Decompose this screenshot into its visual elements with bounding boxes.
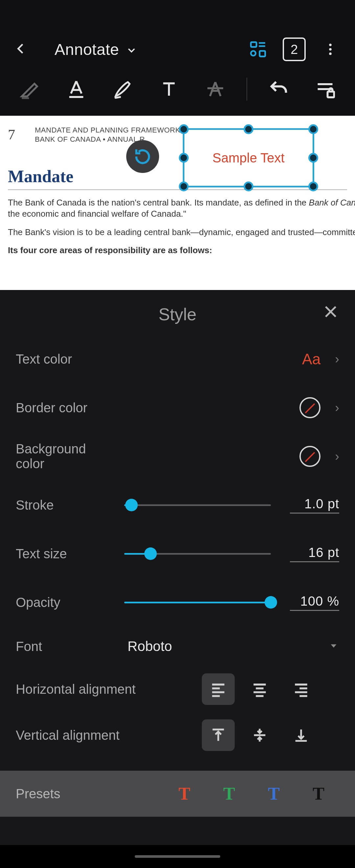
- opacity-slider[interactable]: [124, 596, 271, 609]
- preset-4[interactable]: T: [298, 783, 339, 804]
- undo-icon: [268, 78, 290, 100]
- text-color-sample: Aa: [302, 350, 321, 368]
- svg-point-7: [329, 53, 332, 55]
- mode-dropdown[interactable]: Annotate: [55, 40, 137, 59]
- strikethrough-icon: [205, 79, 226, 100]
- align-center-button[interactable]: [243, 673, 276, 705]
- text-icon: [159, 79, 179, 99]
- doc-paragraph-1: The Bank of Canada is the nation's centr…: [8, 197, 347, 220]
- chevron-right-icon: ›: [335, 352, 339, 366]
- font-value: Roboto: [128, 639, 172, 654]
- undo-button[interactable]: [260, 75, 297, 102]
- align-left-button[interactable]: [202, 673, 235, 705]
- pen-icon: [112, 79, 133, 100]
- rotate-icon: [133, 147, 152, 166]
- text-size-row: Text size 16 pt: [16, 529, 339, 578]
- svg-rect-14: [327, 92, 334, 98]
- status-bar: [0, 0, 355, 30]
- document-viewport[interactable]: 7 MANDATE AND PLANNING FRAMEWORK BANK OF…: [0, 116, 355, 290]
- highlighter-icon: [19, 78, 41, 100]
- resize-handle-b[interactable]: [244, 182, 253, 191]
- v-align-row: Vertical alignment: [16, 712, 339, 758]
- align-right-button[interactable]: [285, 673, 318, 705]
- resize-handle-r[interactable]: [308, 153, 318, 163]
- overflow-menu-button[interactable]: [319, 38, 342, 61]
- mode-label: Annotate: [55, 40, 119, 59]
- toolbar-lock-button[interactable]: [307, 75, 343, 102]
- presets-label: Presets: [16, 786, 160, 801]
- svg-marker-17: [331, 644, 336, 648]
- view-settings-button[interactable]: [247, 38, 269, 61]
- svg-point-6: [329, 48, 332, 51]
- close-icon: [322, 303, 339, 320]
- underline-icon: [66, 79, 87, 100]
- valign-top-icon: [210, 726, 227, 744]
- resize-handle-tr[interactable]: [308, 124, 318, 134]
- chevron-left-icon: [13, 41, 28, 56]
- selection-text: Sample Text: [184, 130, 313, 186]
- align-right-icon: [292, 680, 310, 699]
- gesture-handle[interactable]: [135, 855, 220, 858]
- opacity-row: Opacity 100 %: [16, 578, 339, 627]
- chevron-right-icon: ›: [335, 401, 339, 415]
- no-color-swatch: [299, 397, 321, 418]
- text-size-slider[interactable]: [124, 548, 271, 560]
- text-color-row[interactable]: Text color Aa ›: [16, 335, 339, 383]
- close-panel-button[interactable]: [322, 303, 339, 321]
- more-vert-icon: [323, 42, 338, 57]
- app-header: Annotate 2: [0, 30, 355, 69]
- doc-paragraph-3: Its four core areas of responsibility ar…: [8, 245, 347, 256]
- freehand-tool[interactable]: [104, 75, 141, 102]
- align-left-icon: [209, 680, 227, 699]
- page-number: 7: [8, 126, 15, 143]
- preset-2[interactable]: T: [208, 783, 250, 804]
- presets-bar: Presets T T T T: [0, 771, 355, 817]
- valign-middle-button[interactable]: [243, 719, 276, 751]
- svg-rect-0: [251, 42, 256, 47]
- rotate-selection-button[interactable]: [126, 140, 159, 173]
- toolbar-divider: [247, 78, 247, 101]
- valign-bottom-button[interactable]: [285, 719, 318, 751]
- annotate-toolbar: [0, 69, 355, 116]
- style-panel: Style Text color Aa › Border color › Bac…: [0, 290, 355, 845]
- back-button[interactable]: [13, 41, 28, 58]
- align-center-icon: [251, 680, 269, 699]
- strikethrough-tool[interactable]: [197, 75, 233, 102]
- resize-handle-br[interactable]: [308, 182, 318, 191]
- text-selection-box[interactable]: Sample Text: [183, 128, 314, 187]
- page-indicator-button[interactable]: 2: [283, 38, 306, 61]
- resize-handle-tl[interactable]: [179, 124, 189, 134]
- chevron-down-icon: [126, 44, 137, 56]
- resize-handle-l[interactable]: [179, 153, 189, 163]
- doc-paragraph-2: The Bank's vision is to be a leading cen…: [8, 227, 347, 238]
- highlighter-tool[interactable]: [12, 75, 48, 102]
- stroke-slider[interactable]: [124, 499, 271, 511]
- preset-3[interactable]: T: [253, 783, 294, 804]
- font-row[interactable]: Font Roboto: [16, 627, 339, 666]
- svg-rect-3: [260, 51, 265, 57]
- underline-tool[interactable]: [58, 75, 95, 102]
- no-color-swatch: [299, 446, 321, 467]
- background-color-row[interactable]: Background color ›: [16, 432, 339, 481]
- panel-title: Style: [16, 305, 339, 324]
- opacity-value[interactable]: 100 %: [290, 594, 339, 611]
- border-color-row[interactable]: Border color ›: [16, 383, 339, 432]
- view-settings-icon: [249, 40, 267, 59]
- resize-handle-bl[interactable]: [179, 182, 189, 191]
- page-indicator-value: 2: [291, 42, 298, 57]
- chevron-right-icon: ›: [335, 450, 339, 464]
- valign-middle-icon: [251, 726, 268, 744]
- system-navbar: [0, 845, 355, 868]
- text-size-value[interactable]: 16 pt: [290, 545, 339, 562]
- text-tool[interactable]: [151, 75, 187, 102]
- preset-1[interactable]: T: [164, 783, 205, 804]
- resize-handle-t[interactable]: [244, 124, 253, 134]
- valign-top-button[interactable]: [202, 719, 235, 751]
- stroke-row: Stroke 1.0 pt: [16, 481, 339, 529]
- svg-point-5: [329, 44, 332, 46]
- svg-point-4: [251, 51, 256, 56]
- toolbar-lock-icon: [315, 79, 335, 99]
- dropdown-caret-icon: [328, 640, 339, 653]
- h-align-row: Horizontal alignment: [16, 666, 339, 712]
- stroke-value[interactable]: 1.0 pt: [290, 496, 339, 514]
